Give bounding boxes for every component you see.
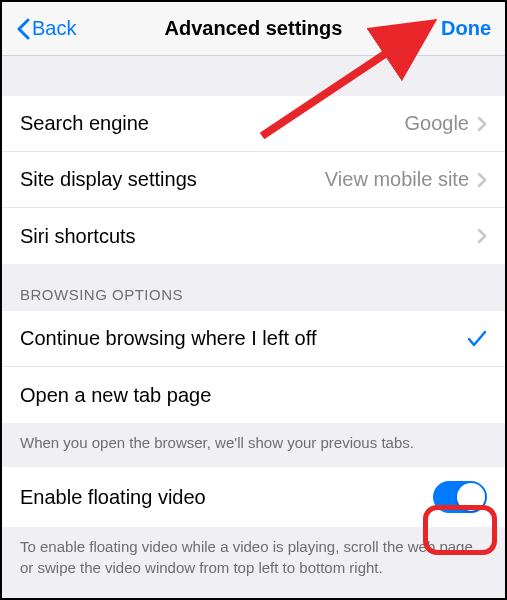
row-right: Google [405,112,488,135]
site-display-label: Site display settings [20,168,197,191]
back-label: Back [32,17,76,40]
chevron-right-icon [477,116,487,132]
page-title: Advanced settings [165,17,343,40]
search-engine-label: Search engine [20,112,149,135]
chevron-right-icon [477,172,487,188]
search-engine-row[interactable]: Search engine Google [2,96,505,152]
floating-video-label: Enable floating video [20,486,206,509]
siri-shortcuts-row[interactable]: Siri shortcuts [2,208,505,264]
navbar: Back Advanced settings Done [2,2,505,56]
site-display-value: View mobile site [325,168,469,191]
browsing-options-header: BROWSING OPTIONS [2,264,505,311]
continue-browsing-label: Continue browsing where I left off [20,327,316,350]
general-group: Search engine Google Site display settin… [2,96,505,264]
chevron-left-icon [16,18,30,40]
switch-knob [457,483,485,511]
row-right [477,228,487,244]
continue-browsing-row[interactable]: Continue browsing where I left off [2,311,505,367]
floating-video-toggle[interactable] [433,481,487,513]
done-button[interactable]: Done [441,17,491,40]
back-button[interactable]: Back [16,17,76,40]
search-engine-value: Google [405,112,470,135]
browsing-footer: When you open the browser, we'll show yo… [2,423,505,467]
new-tab-row[interactable]: Open a new tab page [2,367,505,423]
chevron-right-icon [477,228,487,244]
floating-footer: To enable floating video while a video i… [2,527,505,592]
browsing-group: Continue browsing where I left off Open … [2,311,505,423]
floating-video-row: Enable floating video [2,467,505,527]
siri-shortcuts-label: Siri shortcuts [20,225,136,248]
new-tab-label: Open a new tab page [20,384,211,407]
site-display-row[interactable]: Site display settings View mobile site [2,152,505,208]
row-right: View mobile site [325,168,487,191]
checkmark-icon [467,330,487,348]
spacer [2,56,505,96]
